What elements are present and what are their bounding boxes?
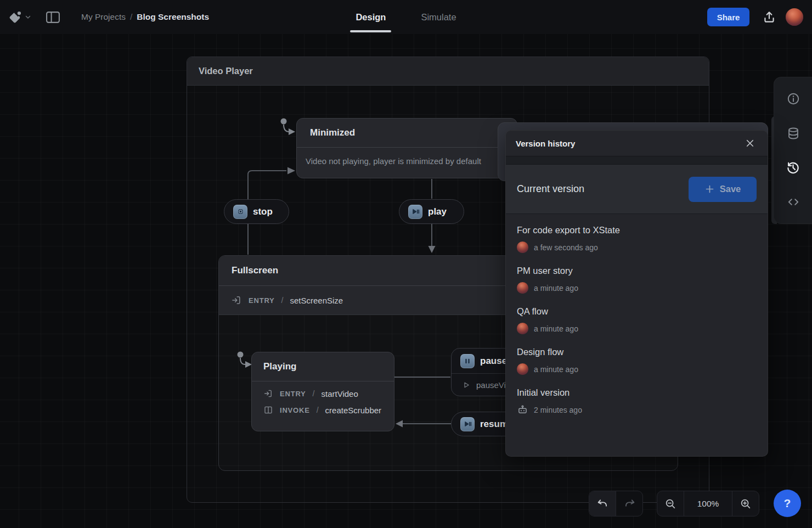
version-item[interactable]: Design flow a minute ago (517, 347, 757, 375)
breadcrumb: My Projects / Blog Screenshots (81, 0, 209, 34)
stately-logo-icon (8, 10, 22, 25)
action-triangle-icon (461, 380, 471, 390)
version-item[interactable]: For code export to XState a few seconds … (517, 225, 757, 253)
breadcrumb-separator: / (130, 12, 132, 22)
avatar (517, 241, 528, 253)
version-history-button[interactable] (781, 155, 805, 179)
code-button[interactable] (781, 190, 805, 214)
version-time: a minute ago (534, 324, 578, 333)
help-button[interactable]: ? (774, 490, 801, 517)
help-label: ? (784, 497, 791, 510)
play-pause-glyph-icon (408, 205, 422, 219)
entry-action-row[interactable]: ENTRY / startVideo (263, 389, 394, 398)
version-time: 2 minutes ago (534, 406, 582, 414)
undo-button[interactable] (589, 491, 616, 516)
version-title: PM user story (517, 266, 757, 276)
state-description: Video not playing, player is minimized b… (306, 156, 503, 168)
close-button[interactable] (742, 136, 758, 151)
version-title: For code export to XState (517, 225, 757, 235)
event-label: stop (253, 206, 273, 217)
state-node-playing[interactable]: Playing ENTRY / startVideo INVOKE / crea… (251, 352, 394, 431)
version-time: a minute ago (534, 284, 578, 293)
robot-icon (517, 404, 528, 415)
entry-icon (263, 389, 273, 398)
event-node-stop[interactable]: stop (224, 199, 289, 224)
state-title: Playing (263, 361, 296, 372)
redo-icon (623, 497, 636, 510)
machine-title: Video Player (187, 66, 253, 76)
state-node-minimized[interactable]: Minimized (296, 118, 517, 178)
top-bar: My Projects / Blog Screenshots Design Si… (0, 0, 812, 34)
save-version-button[interactable]: Save (689, 177, 757, 202)
zoom-out-button[interactable] (657, 491, 684, 516)
version-item[interactable]: QA flow a minute ago (517, 306, 757, 334)
machine-header[interactable]: Video Player (187, 57, 709, 86)
close-icon (745, 138, 755, 148)
panel-divider (506, 156, 768, 165)
version-history-panel: Version history Current version Save For… (505, 130, 768, 457)
data-button[interactable] (781, 121, 805, 145)
undo-redo-group (589, 491, 643, 516)
sidebar-toggle-button[interactable] (44, 9, 61, 25)
version-list: For code export to XState a few seconds … (506, 214, 768, 415)
zoom-level[interactable]: 100% (684, 491, 732, 516)
event-label: play (428, 206, 447, 217)
chevron-down-icon (25, 14, 31, 20)
state-title: Fullscreen (232, 265, 278, 276)
version-title: Initial version (517, 387, 757, 398)
version-time: a few seconds ago (534, 243, 598, 252)
panel-title: Version history (516, 139, 575, 148)
database-icon (786, 126, 800, 141)
zoom-out-icon (664, 498, 676, 510)
current-version-row: Current version Save (506, 165, 768, 214)
share-button[interactable]: Share (707, 8, 749, 26)
info-icon (786, 92, 800, 106)
play-pause-glyph-icon (460, 417, 475, 431)
version-title: QA flow (517, 306, 757, 317)
breadcrumb-parent[interactable]: My Projects (81, 12, 126, 22)
avatar (517, 323, 528, 334)
invoke-action-row[interactable]: INVOKE / createScrubber (263, 405, 394, 415)
stately-editor: Video Player Minimi (0, 0, 812, 528)
zoom-controls: 100% (657, 491, 759, 516)
export-button[interactable] (759, 7, 779, 27)
plus-icon (704, 184, 715, 194)
app-menu-button[interactable] (8, 8, 37, 26)
version-time: a minute ago (534, 365, 578, 374)
stop-glyph-icon (233, 205, 247, 219)
version-item[interactable]: Initial version 2 minutes ago (517, 387, 757, 415)
zoom-in-button[interactable] (732, 491, 759, 516)
version-title: Design flow (517, 347, 757, 357)
current-version-label: Current version (517, 183, 584, 195)
version-item[interactable]: PM user story a minute ago (517, 266, 757, 294)
redo-button[interactable] (616, 491, 642, 516)
event-node-play[interactable]: play (399, 199, 464, 224)
upload-icon (762, 10, 776, 24)
avatar (517, 363, 528, 375)
save-label: Save (720, 184, 741, 194)
history-icon (786, 160, 800, 175)
avatar (517, 282, 528, 294)
active-tab-underline (350, 30, 391, 32)
invoke-icon (263, 405, 273, 415)
breadcrumb-current[interactable]: Blog Screenshots (137, 12, 209, 22)
event-label: pause (480, 356, 507, 367)
info-button[interactable] (781, 87, 805, 111)
pause-glyph-icon (460, 354, 475, 368)
code-icon (786, 195, 800, 209)
zoom-in-icon (740, 498, 752, 510)
entry-icon (231, 295, 242, 306)
tab-simulate[interactable]: Simulate (418, 0, 459, 34)
undo-icon (596, 497, 609, 510)
user-avatar[interactable] (786, 8, 803, 26)
sidebar-toggle-icon (46, 10, 60, 24)
right-toolbar (774, 77, 812, 224)
tab-design[interactable]: Design (352, 0, 389, 34)
state-title: Minimized (310, 127, 355, 138)
